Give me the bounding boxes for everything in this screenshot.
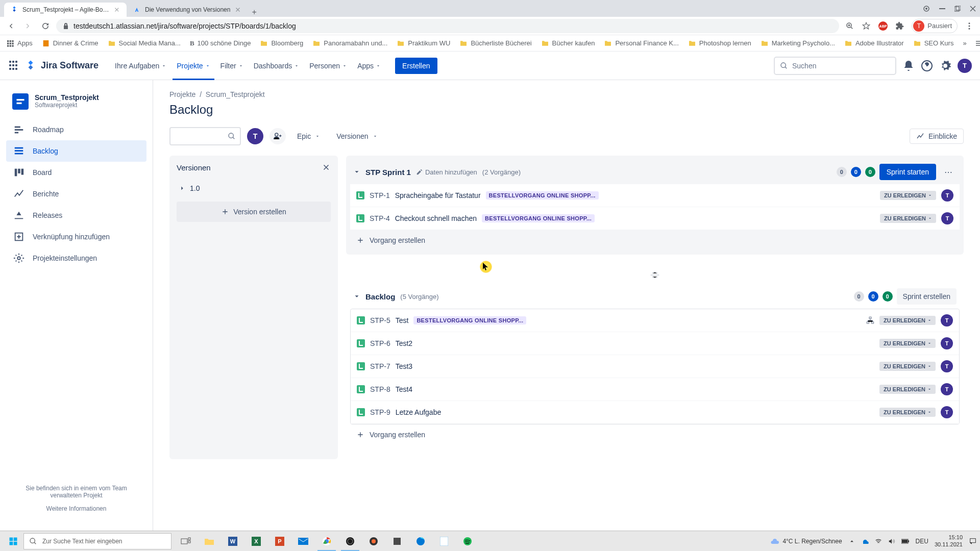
version-item[interactable]: 1.0 [177,179,331,197]
notifications-icon[interactable] [902,60,915,72]
bookmark-item[interactable]: Dinner & Crime [42,39,99,47]
reload-icon[interactable] [41,21,50,31]
bookmark-item[interactable]: Social Media Mana... [108,39,181,47]
new-tab-button[interactable]: + [252,8,256,17]
breadcrumb-project[interactable]: Scrum_Testprojekt [206,90,265,98]
status-pill[interactable]: ZU ERLEDIGEN [879,316,936,325]
epic-badge[interactable]: BESTELLVORGANG ONLINE SHOPP... [486,191,599,199]
sidebar-item-board[interactable]: Board [6,162,146,183]
assignee-avatar[interactable]: T [941,212,953,224]
nav-projects[interactable]: Projekte [173,58,214,74]
edge-button[interactable] [409,532,432,551]
status-pill[interactable]: ZU ERLEDIGEN [880,191,936,200]
notifications-icon[interactable] [969,537,977,545]
record-icon[interactable] [923,5,930,12]
reading-list-button[interactable]: Leseliste [975,39,980,47]
bookmark-item[interactable]: SEO Kurs [913,39,954,47]
wifi-icon[interactable] [875,538,882,545]
sidebar-item-settings[interactable]: Projekteinstellungen [6,247,146,269]
app-button[interactable] [386,532,408,551]
language-indicator[interactable]: DEU [916,538,928,545]
nav-your-work[interactable]: Ihre Aufgaben [111,58,170,74]
create-button[interactable]: Erstellen [395,58,437,74]
issue-row[interactable]: STP-6 Test2 ZU ERLEDIGEN T [351,332,959,355]
assignee-avatar[interactable]: T [941,314,953,327]
assignee-filter-avatar[interactable]: T [247,128,263,144]
extensions-icon[interactable] [895,21,904,31]
sprint-more-button[interactable]: ⋯ [940,164,957,180]
issue-row[interactable]: STP-8 Test4 ZU ERLEDIGEN T [351,378,959,401]
notepad-button[interactable] [433,532,455,551]
assignee-avatar[interactable]: T [941,383,953,395]
help-icon[interactable] [921,60,933,72]
mail-button[interactable] [292,532,314,551]
bookmark-item[interactable]: Panoramabahn und... [312,39,387,47]
jira-logo[interactable]: Jira Software [24,60,99,72]
file-explorer-button[interactable] [198,532,220,551]
epic-filter[interactable]: Epic [292,129,325,143]
close-icon[interactable] [322,163,331,172]
add-person-button[interactable] [270,128,286,144]
assignee-avatar[interactable]: T [941,406,953,418]
assignee-avatar[interactable]: T [941,337,953,349]
bookmark-item[interactable]: Photoshop lernen [688,39,751,47]
close-icon[interactable] [113,6,120,13]
app-switcher-button[interactable] [8,60,20,72]
issue-row[interactable]: STP-4 Checkout schnell machen BESTELLVOR… [350,207,960,230]
battery-icon[interactable] [901,538,910,544]
epic-badge[interactable]: BESTELLVORGANG ONLINE SHOPP... [413,316,526,324]
powerpoint-button[interactable]: P [268,532,291,551]
bookmark-item[interactable]: Bücherliste Bücherei [459,39,531,47]
star-icon[interactable] [862,21,871,31]
zoom-icon[interactable] [845,21,854,31]
issue-row[interactable]: STP-5 Test BESTELLVORGANG ONLINE SHOPP..… [351,309,959,332]
create-issue-button[interactable]: Vorgang erstellen [350,424,960,445]
chevron-down-icon[interactable] [353,168,360,176]
issue-row[interactable]: STP-9 Letze Aufgabe ZU ERLEDIGEN T [351,401,959,424]
bookmark-item[interactable]: Bloomberg [260,39,303,47]
nav-apps[interactable]: Apps [353,58,385,74]
clock[interactable]: 15:1030.11.2021 [935,534,963,547]
status-pill[interactable]: ZU ERLEDIGEN [880,214,936,223]
bookmark-item[interactable]: Praktikum WU [397,39,450,47]
insights-button[interactable]: Einblicke [910,129,964,144]
settings-icon[interactable] [939,60,951,72]
word-button[interactable]: W [222,532,244,551]
close-window-icon[interactable] [970,6,976,12]
footer-link[interactable]: Weitere Informationen [14,505,138,512]
nav-dashboards[interactable]: Dashboards [250,58,304,74]
nav-people[interactable]: Personen [305,58,351,74]
task-view-button[interactable] [175,532,197,551]
sidebar-item-reports[interactable]: Berichte [6,183,146,205]
excel-button[interactable]: X [245,532,267,551]
create-issue-button[interactable]: Vorgang erstellen [350,230,960,251]
close-icon[interactable] [234,6,241,13]
epic-badge[interactable]: BESTELLVORGANG ONLINE SHOPP... [482,214,595,222]
bookmark-item[interactable]: Personal Finance K... [604,39,678,47]
status-pill[interactable]: ZU ERLEDIGEN [879,339,936,348]
start-sprint-button[interactable]: Sprint starten [879,164,936,180]
abp-icon[interactable]: ABP [878,21,888,31]
issue-search-input[interactable] [169,127,241,145]
apps-button[interactable]: Apps [6,39,33,47]
spotify-button[interactable] [456,532,479,551]
browser-tab[interactable]: Die Verwendung von Versionen [127,3,248,17]
search-input[interactable]: Suchen [774,57,896,75]
assignee-avatar[interactable]: T [941,360,953,372]
breadcrumb-root[interactable]: Projekte [169,90,195,98]
versions-filter[interactable]: Versionen [331,129,382,143]
chevron-up-icon[interactable] [848,538,855,545]
browser-tab[interactable]: Scrum_Testprojekt – Agile-Board [4,3,127,17]
start-button[interactable] [3,532,23,550]
status-pill[interactable]: ZU ERLEDIGEN [879,362,936,371]
bookmark-item[interactable]: B100 schöne Dinge [190,39,251,47]
url-input[interactable]: testdeutsch1.atlassian.net/jira/software… [56,19,839,33]
taskbar-search[interactable]: Zur Suche Text hier eingeben [23,533,172,549]
app-button[interactable] [362,532,385,551]
obs-button[interactable] [339,532,361,551]
sidebar-item-add-link[interactable]: Verknüpfung hinzufügen [6,226,146,247]
bookmark-item[interactable]: Marketing Psycholo... [761,39,835,47]
maximize-icon[interactable] [954,6,961,12]
chevron-down-icon[interactable] [353,293,360,300]
issue-row[interactable]: STP-7 Test3 ZU ERLEDIGEN T [351,355,959,378]
